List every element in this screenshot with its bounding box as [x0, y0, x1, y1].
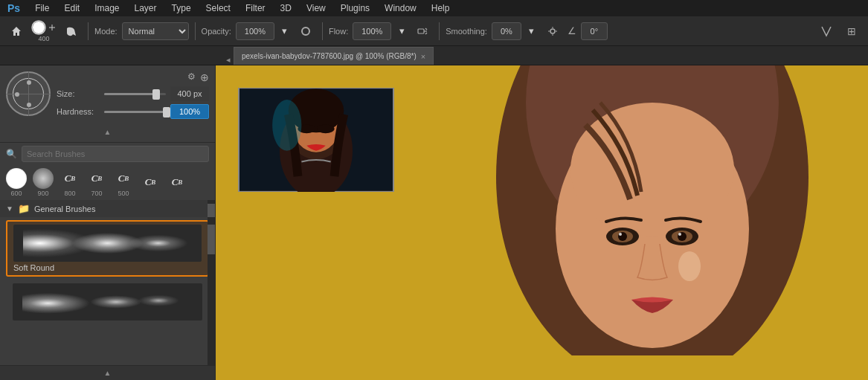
scroll-up-arrow[interactable]: ▲: [104, 369, 112, 377]
brush-settings-toggle[interactable]: [61, 21, 82, 42]
size-slider-fill: [104, 93, 153, 95]
preset-cb-1[interactable]: CB 800: [60, 168, 80, 197]
tabs-bar: ◂ pexels-ivan-babydov-7787600.jpg @ 100%…: [0, 46, 868, 65]
mode-select[interactable]: Normal: [122, 22, 189, 40]
brush-add-button[interactable]: ⊕: [200, 71, 209, 83]
list-scrollbar: [208, 217, 215, 365]
separator-4: [439, 22, 440, 40]
opacity-input[interactable]: [236, 22, 274, 40]
brush-list: Soft Round: [0, 217, 215, 365]
preset-cb-icon-3: CB: [113, 168, 134, 189]
menu-image[interactable]: Image: [91, 1, 122, 15]
preset-label-4: 700: [91, 190, 102, 197]
hardness-slider-track[interactable]: [104, 111, 166, 113]
brush-preview-2: [13, 283, 202, 321]
svg-point-10: [570, 103, 734, 236]
preset-cb-3[interactable]: CB 500: [113, 168, 134, 197]
menu-view[interactable]: View: [303, 1, 329, 15]
hardness-value[interactable]: 100%: [170, 104, 209, 119]
soft-round-stroke: [23, 228, 193, 258]
size-label: Size:: [57, 89, 100, 98]
preset-cb-2[interactable]: CB 700: [86, 168, 107, 197]
folder-icon: 📁: [18, 203, 30, 214]
svg-line-4: [425, 28, 427, 30]
size-row: Size: 400 px: [57, 86, 209, 101]
preset-cb-4[interactable]: CB: [140, 172, 161, 193]
brush-search-row: 🔍: [0, 143, 215, 165]
list-scrollbar-thumb[interactable]: [208, 225, 215, 254]
brush-dot-top: [27, 80, 31, 85]
app-logo: Ps: [4, 1, 23, 16]
size-slider-thumb[interactable]: [152, 89, 160, 100]
tab-left-scroll[interactable]: ◂: [223, 55, 234, 65]
size-slider-track[interactable]: [104, 93, 166, 95]
smoothing-settings[interactable]: [542, 21, 563, 42]
active-tab[interactable]: pexels-ivan-babydov-7787600.jpg @ 100% (…: [234, 47, 434, 65]
section-collapse-arrow: ▼: [6, 205, 13, 213]
left-panel: ⚙ ⊕ Size: 400 px Hardnes: [0, 65, 216, 380]
menu-window[interactable]: Window: [382, 1, 419, 15]
size-value[interactable]: 400 px: [170, 86, 209, 101]
flow-label: Flow:: [329, 27, 348, 36]
home-button[interactable]: [6, 21, 27, 42]
brush-sliders: ⚙ ⊕ Size: 400 px Hardnes: [57, 71, 209, 122]
separator-1: [88, 22, 89, 40]
always-use-pressure[interactable]: [295, 21, 316, 42]
brush-item-soft-round[interactable]: Soft Round: [6, 220, 209, 277]
image-thumbnail: [238, 88, 394, 192]
airbrush-toggle[interactable]: [412, 21, 433, 42]
preset-circle-2[interactable]: 900: [33, 168, 54, 197]
flow-input[interactable]: [353, 22, 391, 40]
menu-select[interactable]: Select: [203, 1, 234, 15]
menu-3d[interactable]: 3D: [277, 1, 295, 15]
canvas-area[interactable]: [216, 65, 868, 380]
panel-bottom: ▲: [0, 365, 215, 380]
hardness-row: Hardness: 100%: [57, 104, 209, 119]
angle-input[interactable]: [581, 22, 608, 40]
brush-size-display: 400: [38, 35, 49, 42]
hardness-slider-thumb[interactable]: [163, 107, 170, 117]
preset-cb-icon-1: CB: [60, 168, 80, 189]
brush-stroke-2: [22, 289, 193, 315]
preset-label-5: 500: [118, 190, 129, 197]
svg-point-19: [678, 251, 701, 281]
preset-label-1: 600: [10, 190, 22, 197]
symmetry-paint[interactable]: [816, 21, 837, 42]
extra-options[interactable]: ⊞: [841, 21, 862, 42]
preset-circle-1[interactable]: 600: [6, 168, 27, 197]
menu-plugins[interactable]: Plugins: [338, 1, 373, 15]
svg-point-17: [619, 233, 622, 236]
preset-cb-5[interactable]: CB: [167, 172, 187, 193]
mode-dropdown-container[interactable]: Normal: [122, 22, 189, 40]
tab-close-button[interactable]: ×: [421, 52, 425, 61]
menu-bar: Ps File Edit Image Layer Type Select Fil…: [0, 0, 868, 16]
menu-help[interactable]: Help: [428, 1, 453, 15]
menu-edit[interactable]: Edit: [61, 1, 83, 15]
svg-point-6: [550, 29, 555, 33]
smoothing-arrow[interactable]: ▾: [526, 21, 538, 42]
brush-dot-bottom: [27, 103, 31, 107]
svg-point-28: [272, 100, 301, 151]
opacity-arrow[interactable]: ▾: [279, 21, 291, 42]
menu-filter[interactable]: Filter: [242, 1, 269, 15]
preset-label-2: 900: [37, 190, 48, 197]
general-brushes-header[interactable]: ▼ 📁 General Brushes: [0, 200, 215, 217]
menu-type[interactable]: Type: [169, 1, 194, 15]
brush-item-2[interactable]: [6, 280, 209, 324]
search-input[interactable]: [22, 146, 209, 162]
brush-preview: [6, 71, 51, 116]
preset-cb-icon-5: CB: [167, 172, 187, 193]
thumbnail-content: [239, 89, 393, 190]
separator-3: [322, 22, 323, 40]
separator-2: [195, 22, 196, 40]
scrollbar-track: [208, 200, 215, 217]
menu-file[interactable]: File: [32, 1, 52, 15]
mode-label: Mode:: [94, 27, 118, 36]
smoothing-input[interactable]: [492, 22, 521, 40]
brush-settings-gear[interactable]: ⚙: [187, 71, 196, 83]
crosshair-v: [28, 71, 29, 116]
menu-layer[interactable]: Layer: [132, 1, 160, 15]
flow-arrow[interactable]: ▾: [396, 21, 408, 42]
preset-circle-soft: [33, 168, 54, 189]
collapse-arrow[interactable]: ▲: [104, 128, 112, 136]
